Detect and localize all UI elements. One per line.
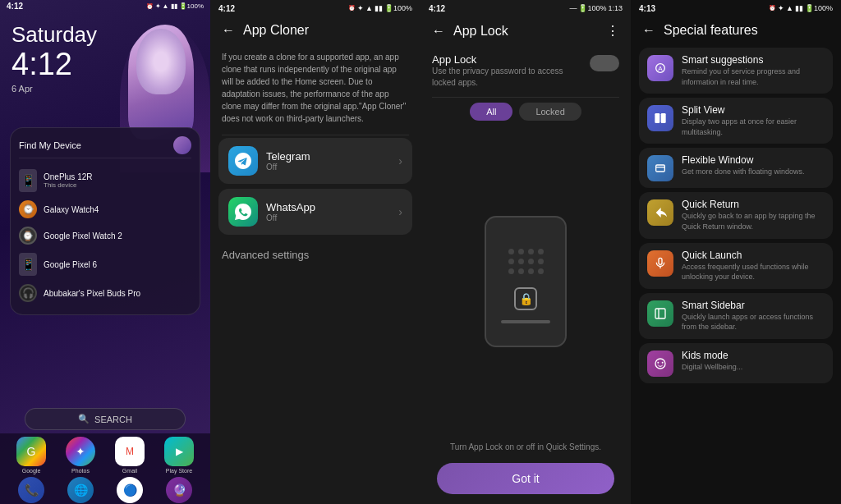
phone-dots-grid bbox=[500, 241, 552, 282]
phone-lock-preview: 🔒 bbox=[420, 126, 631, 438]
special-item-quick-launch[interactable]: Quick Launch Access frequently used func… bbox=[639, 243, 833, 289]
lock-status-bar: 4:12 — 🔋100% 1:13 bbox=[420, 0, 631, 16]
cloner-title: App Cloner bbox=[243, 23, 309, 38]
smart-sidebar-text: Smart Sidebar Quickly launch apps or acc… bbox=[682, 300, 825, 332]
search-bar[interactable]: 🔍 SEARCH bbox=[25, 408, 186, 430]
wifi-icon: ▲ bbox=[365, 4, 373, 12]
search-label: SEARCH bbox=[94, 415, 132, 424]
special-item-split-view[interactable]: Split View Display two apps at once for … bbox=[639, 98, 833, 144]
chevron-right-icon: › bbox=[398, 154, 402, 167]
tab-locked[interactable]: Locked bbox=[519, 103, 581, 121]
dock-app-playstore[interactable]: ▶ Play Store bbox=[164, 437, 194, 474]
cloner-header: ← App Cloner bbox=[210, 16, 420, 44]
lock-status-time: 4:12 bbox=[429, 4, 445, 13]
dot bbox=[538, 249, 544, 254]
special-item-smart-sidebar[interactable]: Smart Sidebar Quickly launch apps or acc… bbox=[639, 293, 833, 339]
app4-nav-icon[interactable]: 🔮 bbox=[166, 477, 192, 503]
list-item[interactable]: 📱 Google Pixel 6 bbox=[19, 249, 191, 280]
telegram-app-item[interactable]: Telegram Off › bbox=[218, 138, 412, 184]
lock-toggle-info: App Lock Use the privacy password to acc… bbox=[432, 53, 583, 89]
battery-icon: 🔋100% bbox=[805, 4, 833, 12]
phone-nav-icon[interactable]: 📞 bbox=[18, 477, 44, 503]
kids-mode-title: Kids mode bbox=[682, 350, 742, 361]
chevron-right-icon: › bbox=[398, 205, 402, 218]
home-status-time: 4:12 bbox=[7, 2, 23, 11]
dot bbox=[508, 249, 514, 254]
quick-return-text: Quick Return Quickly go back to an app b… bbox=[682, 199, 825, 231]
signal-icon: ▮▮ bbox=[375, 4, 383, 12]
phone-mockup: 🔒 bbox=[485, 216, 567, 347]
chrome-nav-icon[interactable]: 🔵 bbox=[117, 477, 143, 503]
list-item[interactable]: ⌚ Google Pixel Watch 2 bbox=[19, 222, 191, 249]
special-status-icons: ⏰ ✦ ▲ ▮▮ 🔋100% bbox=[769, 4, 833, 12]
find-device-header: Find My Device bbox=[19, 136, 191, 158]
device-name: Galaxy Watch4 bbox=[44, 205, 99, 214]
battery-icon: 🔋100% bbox=[578, 4, 606, 12]
lock-title: App Lock bbox=[453, 24, 508, 39]
telegram-info: Telegram Off bbox=[266, 150, 390, 172]
app-dock: G Google ✦ Photos M Gmail ▶ Play Store 📞… bbox=[0, 433, 210, 504]
device-name: Google Pixel 6 bbox=[44, 260, 97, 269]
toggle-subtitle: Use the privacy password to access locke… bbox=[432, 66, 583, 89]
svg-text:A: A bbox=[658, 65, 663, 72]
list-item[interactable]: 🎧 Abubakar's Pixel Buds Pro bbox=[19, 280, 191, 306]
got-it-label: Got it bbox=[512, 472, 539, 485]
got-it-button[interactable]: Got it bbox=[437, 463, 614, 494]
watch-icon: ⌚ bbox=[19, 200, 37, 218]
smart-suggestions-text: Smart suggestions Remind you of service … bbox=[682, 54, 825, 87]
cloner-description: If you create a clone for a supported ap… bbox=[210, 44, 420, 135]
google-icon: G bbox=[16, 437, 46, 466]
ai-icon: A bbox=[647, 55, 673, 81]
dock-app-photos[interactable]: ✦ Photos bbox=[66, 437, 95, 474]
back-arrow-icon[interactable]: ← bbox=[432, 24, 445, 39]
tab-all[interactable]: All bbox=[470, 103, 512, 121]
photos-icon: ✦ bbox=[66, 437, 95, 466]
buds-icon: 🎧 bbox=[19, 284, 37, 302]
special-item-kids-mode[interactable]: Kids mode Digital Wellbeing... bbox=[639, 343, 833, 383]
lock-tabs: All Locked bbox=[420, 98, 631, 126]
dot bbox=[528, 249, 534, 254]
advanced-settings[interactable]: Advanced settings bbox=[210, 237, 420, 261]
dot bbox=[518, 259, 524, 264]
device-info: Google Pixel Watch 2 bbox=[44, 231, 122, 241]
kids-mode-text: Kids mode Digital Wellbeing... bbox=[682, 350, 742, 373]
whatsapp-name: WhatsApp bbox=[266, 201, 390, 213]
dot bbox=[518, 268, 524, 274]
special-item-quick-return[interactable]: Quick Return Quickly go back to an app b… bbox=[639, 192, 833, 238]
playstore-icon: ▶ bbox=[164, 437, 194, 466]
find-device-avatar bbox=[173, 136, 191, 154]
back-arrow-icon[interactable]: ← bbox=[222, 23, 235, 38]
find-my-device-card[interactable]: Find My Device 📱 OnePlus 12R This device… bbox=[10, 127, 200, 315]
toggle-title: App Lock bbox=[432, 53, 583, 66]
special-status-time: 4:13 bbox=[639, 4, 655, 13]
split-view-text: Split View Display two apps at once for … bbox=[682, 104, 825, 137]
dock-app-gmail[interactable]: M Gmail bbox=[115, 437, 145, 474]
quick-launch-icon bbox=[647, 250, 673, 277]
flexible-window-text: Flexible Window Get more done with float… bbox=[682, 154, 805, 177]
telegram-name: Telegram bbox=[266, 150, 390, 163]
whatsapp-app-item[interactable]: WhatsApp Off › bbox=[218, 189, 412, 235]
device-sub: This device bbox=[44, 181, 92, 189]
lock-header: ← App Lock ⋮ bbox=[420, 16, 631, 45]
special-items-list: A Smart suggestions Remind you of servic… bbox=[631, 44, 841, 504]
alarm-icon: ⏰ bbox=[348, 5, 356, 11]
kids-mode-icon bbox=[647, 351, 673, 377]
quick-return-desc: Quickly go back to an app by tapping the… bbox=[682, 211, 825, 231]
list-item[interactable]: 📱 OnePlus 12R This device bbox=[19, 165, 191, 196]
app-lock-toggle[interactable] bbox=[590, 55, 619, 71]
special-item-flexible-window[interactable]: Flexible Window Get more done with float… bbox=[639, 148, 833, 188]
flexible-window-desc: Get more done with floating windows. bbox=[682, 167, 805, 177]
quick-return-icon bbox=[647, 199, 673, 226]
list-item[interactable]: ⌚ Galaxy Watch4 bbox=[19, 196, 191, 222]
app-cloner-panel: 4:12 ⏰ ✦ ▲ ▮▮ 🔋100% ← App Cloner If you … bbox=[210, 0, 420, 504]
more-options-icon[interactable]: ⋮ bbox=[606, 23, 619, 39]
svg-rect-5 bbox=[659, 258, 662, 264]
special-features-panel: 4:13 ⏰ ✦ ▲ ▮▮ 🔋100% ← Special features A… bbox=[631, 0, 841, 504]
browser-nav-icon[interactable]: 🌐 bbox=[67, 477, 94, 503]
device-name: Google Pixel Watch 2 bbox=[44, 231, 122, 241]
special-item-smart-suggestions[interactable]: A Smart suggestions Remind you of servic… bbox=[639, 48, 833, 94]
back-arrow-icon[interactable]: ← bbox=[642, 23, 655, 38]
device-name: OnePlus 12R bbox=[44, 172, 92, 181]
dock-app-google[interactable]: G Google bbox=[16, 437, 46, 474]
lock-hint-text: Turn App Lock on or off in Quick Setting… bbox=[420, 438, 631, 456]
